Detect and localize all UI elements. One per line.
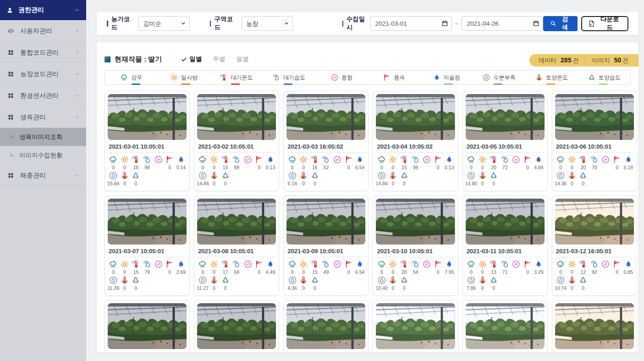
image-card[interactable]: 2021-03-01 10:05:01 0 0 16 99 0 0.14 15.… — [105, 91, 190, 191]
metric-cell: 0 — [522, 155, 534, 170]
metric-icon — [143, 155, 152, 164]
image-card[interactable]: 2021-03-10 10:05:01 0 0 20 54 0 7.95 10.… — [373, 195, 458, 296]
metric-cell: 0 — [477, 276, 488, 291]
metric-cell: 4.84 — [533, 155, 545, 170]
greenhouse-photo[interactable] — [555, 303, 634, 349]
greenhouse-photo[interactable] — [376, 94, 455, 140]
image-card[interactable]: 2021-03-07 10:05:01 0 0 15 79 0 2.69 11.… — [105, 195, 190, 296]
metric-icon — [170, 73, 178, 82]
metric-icon — [232, 155, 241, 164]
greenhouse-photo[interactable] — [197, 199, 276, 244]
legend-label: 대기습도 — [283, 74, 305, 82]
image-card[interactable]: 2021-03-12 16:05:01 0 0 12 92 0 0.85 10.… — [552, 195, 637, 296]
image-card[interactable]: 2021-03-02 10:05:01 0 0 15 99 0 0.13 14.… — [194, 91, 279, 191]
metric-icon — [411, 155, 420, 164]
legend-label: 대기온도 — [231, 74, 253, 82]
metric-icon — [321, 155, 330, 164]
filter-bar: 농가코드 김미순 구역코드 농장 수집일시 ~ — [97, 12, 638, 35]
metric-cell: 0 — [209, 260, 220, 275]
greenhouse-photo[interactable] — [197, 303, 276, 349]
metric-icon — [254, 155, 264, 164]
image-card[interactable]: 2021-03-17 17:35:01 — [462, 300, 548, 352]
card-timestamp: 2021-03-09 10:05:01 — [287, 248, 364, 255]
date-to-input[interactable] — [462, 16, 543, 31]
metric-value: 0.85 — [623, 269, 633, 275]
image-card[interactable]: 2021-03-09 10:05:01 0 0 15 49 0 6.54 4.3… — [283, 195, 369, 296]
greenhouse-photo[interactable] — [286, 199, 365, 244]
image-card[interactable]: 2021-03-13 10:05:01 — [105, 300, 190, 352]
metric-value: 54 — [413, 269, 418, 275]
sidebar-sub-item[interactable]: 생육이미지조회 — [0, 128, 86, 146]
metric-cell: 0 — [119, 171, 131, 186]
metric-cell: 0 — [578, 171, 589, 186]
greenhouse-photo[interactable] — [555, 94, 634, 140]
tab-weekly[interactable]: 주별 — [213, 55, 225, 63]
metric-cell — [600, 260, 611, 275]
metric-value: 14.80 — [465, 181, 477, 186]
metric-icon — [467, 155, 476, 164]
greenhouse-photo[interactable] — [466, 199, 545, 244]
metric-value: 15 — [223, 165, 228, 170]
sidebar-item[interactable]: 사용자관리 — [0, 20, 86, 42]
sidebar-item[interactable]: 환경센서관리 — [0, 85, 86, 106]
greenhouse-photo[interactable] — [286, 303, 365, 349]
greenhouse-scene — [466, 94, 545, 140]
sidebar-item[interactable]: 농장코드관리 — [0, 63, 86, 85]
image-card[interactable]: 2021-03-18 16:05:02 — [552, 300, 637, 352]
metric-cell: 14.36 — [555, 171, 567, 186]
sidebar-item-label: 해충관리 — [20, 172, 46, 180]
image-card[interactable]: 2021-03-06 10:05:01 0 0 20 70 0 5.19 14.… — [552, 91, 637, 191]
metric-icon — [109, 276, 118, 285]
image-card[interactable]: 2021-03-16 10:05:02 — [373, 300, 458, 352]
image-card[interactable]: 2021-03-04 10:05:02 0 0 15 99 0 0.13 14.… — [373, 91, 458, 191]
metric-value: 10.74 — [555, 285, 567, 291]
image-card[interactable]: 2021-03-14 10:05:01 — [194, 300, 279, 352]
metric-value: 4.84 — [534, 165, 543, 170]
metric-cell: 0 — [566, 260, 578, 275]
image-card[interactable]: 2021-03-08 10:05:01 0 0 17 69 0 4.49 11.… — [194, 195, 279, 296]
greenhouse-photo[interactable] — [555, 199, 634, 244]
sidebar-item[interactable]: 생육관리 — [0, 106, 86, 128]
metric-icon — [501, 155, 510, 164]
metric-icon — [388, 155, 397, 164]
greenhouse-photo[interactable] — [108, 199, 187, 244]
greenhouse-scene — [466, 303, 545, 349]
sidebar-item[interactable]: 통합코드관리 — [0, 42, 86, 63]
greenhouse-photo[interactable] — [466, 303, 545, 349]
zone-code-select[interactable]: 농장 — [242, 16, 293, 31]
farm-code-filter: 농가코드 김미순 — [107, 15, 190, 32]
metric-value: 0 — [202, 165, 204, 170]
greenhouse-photo[interactable] — [108, 94, 187, 140]
sidebar-sub-item[interactable]: 이미지수집현황 — [0, 146, 86, 165]
metric-icon — [272, 73, 281, 82]
metric-row-soil: 4.36 0 0 — [286, 276, 365, 291]
card-timestamp: 2021-03-03 16:05:02 — [287, 143, 364, 150]
greenhouse-photo[interactable] — [197, 94, 276, 140]
date-from-input[interactable] — [370, 16, 452, 31]
image-card[interactable]: 2021-03-15 10:05:01 — [283, 300, 369, 352]
download-button[interactable]: 다운로드 — [581, 16, 628, 31]
tab-daily[interactable]: 일별 — [181, 55, 202, 63]
greenhouse-photo[interactable] — [376, 199, 455, 244]
metric-value: 0 — [258, 269, 261, 275]
search-button[interactable]: 검색 — [543, 16, 578, 31]
metric-icon — [478, 260, 487, 269]
metric-cell — [153, 155, 164, 170]
sidebar-item[interactable]: 해충관리 — [0, 165, 86, 186]
metric-icon — [143, 260, 152, 269]
image-count-value: 50건 — [614, 56, 628, 65]
greenhouse-photo[interactable] — [108, 303, 187, 349]
metric-cell: 0 — [220, 171, 231, 186]
image-card[interactable]: 2021-03-03 16:05:02 0 0 16 52 0 6.54 6.1… — [283, 91, 369, 191]
image-card[interactable]: 2021-03-11 10:05:01 0 0 13 71 0 3.29 7.8… — [462, 195, 548, 296]
greenhouse-photo[interactable] — [286, 94, 365, 140]
greenhouse-photo[interactable] — [376, 303, 455, 349]
metric-value: 0 — [123, 165, 126, 170]
farm-code-select[interactable]: 김미순 — [138, 16, 190, 31]
metric-value: 4.36 — [287, 285, 297, 291]
greenhouse-photo[interactable] — [466, 94, 545, 140]
sidebar-header-permission-mgmt[interactable]: 권한관리 — [0, 0, 86, 20]
metric-value: 17 — [223, 269, 228, 275]
tab-monthly[interactable]: 월별 — [236, 55, 248, 63]
image-card[interactable]: 2021-03-05 10:05:01 0 0 20 72 0 4.84 14.… — [462, 91, 548, 191]
